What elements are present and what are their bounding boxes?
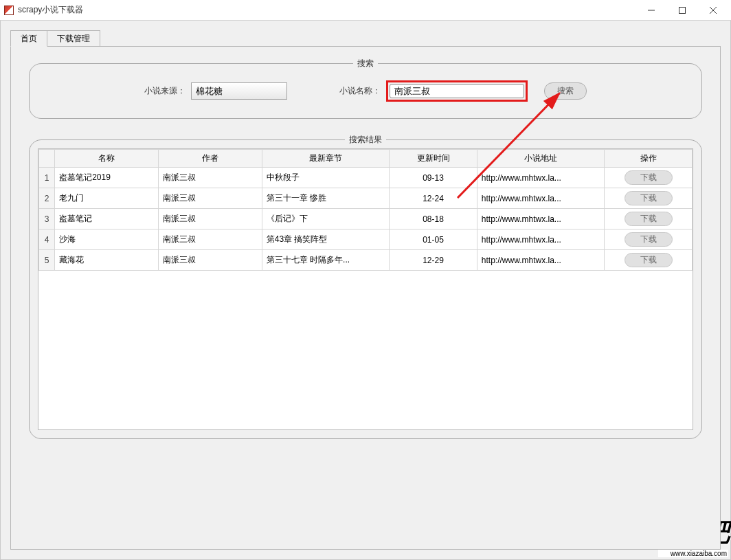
cell-url: http://www.mhtwx.la... (477, 168, 605, 188)
cell-op: 下载 (605, 209, 693, 229)
close-button[interactable] (697, 1, 728, 20)
download-button[interactable]: 下载 (625, 212, 673, 226)
results-group: 搜索结果 名称 作者 最新章节 更新时间 小说地址 操作 (29, 139, 702, 439)
header-idx[interactable] (39, 150, 55, 168)
header-chapter[interactable]: 最新章节 (262, 150, 390, 168)
header-author[interactable]: 作者 (158, 150, 262, 168)
download-button[interactable]: 下载 (625, 170, 673, 185)
cell-url: http://www.mhtwx.la... (477, 188, 605, 209)
cell-time: 12-29 (390, 250, 477, 271)
source-combo[interactable]: 棉花糖 (191, 82, 287, 100)
cell-time: 01-05 (390, 229, 477, 250)
cell-chapter: 《后记》下 (262, 209, 390, 229)
cell-op: 下载 (605, 168, 693, 188)
cell-author: 南派三叔 (158, 168, 262, 188)
cell-author: 南派三叔 (158, 209, 262, 229)
titlebar: scrapy小说下载器 (0, 0, 731, 21)
table-row[interactable]: 2老九门南派三叔第三十一章 惨胜12-24http://www.mhtwx.la… (39, 188, 693, 209)
search-button[interactable]: 搜索 (544, 82, 587, 100)
cell-name: 老九门 (55, 188, 159, 209)
cell-idx: 3 (39, 209, 55, 229)
tab-group: 首页 下载管理 搜索 小说来源： 棉花糖 小说名称： (10, 30, 721, 550)
tab-panel-home: 搜索 小说来源： 棉花糖 小说名称： 搜索 (10, 46, 721, 550)
cell-url: http://www.mhtwx.la... (477, 229, 605, 250)
cell-idx: 4 (39, 229, 55, 250)
svg-rect-1 (679, 7, 685, 13)
header-name[interactable]: 名称 (55, 150, 159, 168)
table-row[interactable]: 3盗墓笔记南派三叔《后记》下08-18http://www.mhtwx.la..… (39, 209, 693, 229)
cell-author: 南派三叔 (158, 188, 262, 209)
cell-chapter: 第43章 搞笑阵型 (262, 229, 390, 250)
cell-chapter: 中秋段子 (262, 168, 390, 188)
cell-name: 盗墓笔记 (55, 209, 159, 229)
client-area: 首页 下载管理 搜索 小说来源： 棉花糖 小说名称： (0, 21, 731, 560)
window-controls (636, 1, 728, 20)
watermark-url: www.xiazaiba.com (658, 550, 728, 557)
source-combo-value: 棉花糖 (196, 85, 223, 98)
tab-download-manager[interactable]: 下载管理 (47, 30, 100, 47)
download-button[interactable]: 下载 (625, 232, 673, 247)
tab-strip: 首页 下载管理 (10, 30, 721, 47)
search-row: 小说来源： 棉花糖 小说名称： 搜索 (50, 80, 681, 102)
search-group-title: 搜索 (353, 58, 378, 69)
cell-chapter: 第三十一章 惨胜 (262, 188, 390, 209)
source-label: 小说来源： (144, 85, 185, 97)
cell-time: 12-24 (390, 188, 477, 209)
search-group: 搜索 小说来源： 棉花糖 小说名称： 搜索 (29, 63, 702, 119)
name-input-highlight (386, 80, 528, 102)
cell-time: 09-13 (390, 168, 477, 188)
table-row[interactable]: 4沙海南派三叔第43章 搞笑阵型01-05http://www.mhtwx.la… (39, 229, 693, 250)
table-row[interactable]: 1盗墓笔记2019南派三叔中秋段子09-13http://www.mhtwx.l… (39, 168, 693, 188)
table-header-row: 名称 作者 最新章节 更新时间 小说地址 操作 (39, 150, 693, 168)
cell-op: 下载 (605, 229, 693, 250)
cell-url: http://www.mhtwx.la... (477, 250, 605, 271)
maximize-button[interactable] (666, 1, 697, 20)
results-table: 名称 作者 最新章节 更新时间 小说地址 操作 1盗墓笔记2019南派三叔中秋段… (38, 149, 693, 271)
cell-author: 南派三叔 (158, 229, 262, 250)
name-input[interactable] (390, 84, 524, 98)
cell-idx: 2 (39, 188, 55, 209)
cell-name: 沙海 (55, 229, 159, 250)
window-title: scrapy小说下载器 (18, 4, 83, 16)
tab-home[interactable]: 首页 (10, 30, 47, 47)
cell-name: 盗墓笔记2019 (55, 168, 159, 188)
header-time[interactable]: 更新时间 (390, 150, 477, 168)
cell-time: 08-18 (390, 209, 477, 229)
cell-op: 下载 (605, 250, 693, 271)
download-button[interactable]: 下载 (625, 253, 673, 267)
header-op[interactable]: 操作 (605, 150, 693, 168)
cell-idx: 5 (39, 250, 55, 271)
results-table-wrap[interactable]: 名称 作者 最新章节 更新时间 小说地址 操作 1盗墓笔记2019南派三叔中秋段… (38, 148, 693, 430)
table-row[interactable]: 5藏海花南派三叔第三十七章 时隔多年...12-29http://www.mht… (39, 250, 693, 271)
cell-chapter: 第三十七章 时隔多年... (262, 250, 390, 271)
cell-author: 南派三叔 (158, 250, 262, 271)
minimize-button[interactable] (636, 1, 666, 20)
name-label: 小说名称： (339, 85, 381, 97)
cell-name: 藏海花 (55, 250, 159, 271)
cell-url: http://www.mhtwx.la... (477, 209, 605, 229)
cell-op: 下载 (605, 188, 693, 209)
app-icon (4, 5, 14, 15)
download-button[interactable]: 下载 (625, 191, 673, 205)
header-url[interactable]: 小说地址 (477, 150, 605, 168)
cell-idx: 1 (39, 168, 55, 188)
results-group-title: 搜索结果 (345, 134, 386, 146)
